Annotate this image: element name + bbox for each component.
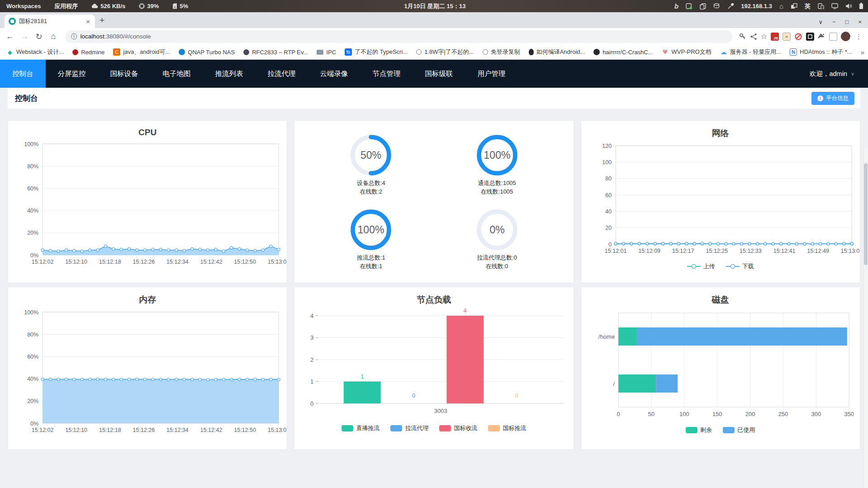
reload-icon[interactable]: ↻ — [33, 32, 44, 42]
input-language-indicator[interactable]: 英 — [805, 2, 811, 10]
network-speed-indicator[interactable]: 526 KB/s — [91, 3, 125, 9]
page-scrollbar[interactable] — [863, 147, 868, 488]
ext-frame-icon[interactable] — [829, 33, 837, 41]
bookmark-item[interactable]: IPC — [317, 49, 336, 56]
redmine-icon — [72, 49, 78, 55]
bookmark-item[interactable]: ΨWVP-PRO文档 — [662, 48, 711, 56]
bing-tray-icon[interactable]: b — [674, 2, 678, 10]
battery-tray-icon[interactable] — [859, 3, 863, 9]
volume-tray-icon[interactable] — [845, 3, 852, 9]
legend-item[interactable]: 拉流代理 — [390, 424, 428, 432]
window-menu-icon[interactable]: ∨ — [818, 19, 823, 25]
user-menu[interactable]: 欢迎，admin ∨ — [810, 60, 868, 88]
applications-menu[interactable]: 应用程序 — [54, 2, 78, 10]
nav-item-9[interactable]: 用户管理 — [465, 60, 518, 88]
legend-label: 国标推流 — [503, 424, 526, 432]
cpu-chart[interactable]: 0%20%40%60%80%100%15:12:0215:12:1015:12:… — [8, 139, 287, 272]
coffee-tray-icon[interactable] — [713, 3, 720, 9]
scrollbar-thumb[interactable] — [864, 163, 868, 265]
legend-item[interactable]: 直播推流 — [342, 424, 379, 432]
memory-chart[interactable]: 0%20%40%60%80%100%15:12:0215:12:1015:12:… — [8, 308, 287, 441]
bookmark-item[interactable]: hairrrrr/C-CrashC... — [593, 49, 653, 56]
svg-text:15:12:17: 15:12:17 — [672, 248, 694, 254]
bookmark-item[interactable]: QNAP Turbo NAS — [179, 49, 235, 56]
legend-item[interactable]: 下载 — [726, 262, 754, 270]
legend-item[interactable]: 国标收流 — [439, 424, 477, 432]
bookmark-item[interactable]: 免登录复制 — [483, 48, 520, 56]
nav-item-5[interactable]: 拉流代理 — [256, 60, 308, 88]
address-bar[interactable]: ⓘ localhost:38080/#/console — [65, 30, 732, 43]
platform-info-button[interactable]: i 平台信息 — [811, 92, 854, 105]
bookmark-item[interactable]: ☁服务器 - 轻量应用... — [720, 48, 781, 56]
nav-item-3[interactable]: 电子地图 — [151, 60, 203, 88]
nav-item-0[interactable]: 控制台 — [0, 60, 46, 88]
info-icon: i — [817, 95, 823, 101]
screenshot-tray-icon[interactable] — [686, 3, 693, 9]
password-key-icon[interactable] — [739, 33, 746, 40]
nav-item-1[interactable]: 分屏监控 — [46, 60, 98, 88]
back-icon[interactable]: ← — [5, 32, 15, 41]
bookmarks-overflow-chevron[interactable]: » — [861, 48, 867, 56]
browser-tab-active[interactable]: 国标28181 × — [5, 14, 95, 28]
bookmark-star-icon[interactable]: ☆ — [761, 32, 767, 41]
nav-item-7[interactable]: 节点管理 — [360, 60, 413, 88]
window-switcher-tray-icon[interactable] — [791, 3, 797, 9]
bookmark-item[interactable]: RFC2833 – RTP Ev... — [243, 49, 308, 56]
stat-donut-label: 推流总数:1在线数:1 — [357, 253, 385, 270]
ext-js-icon[interactable]: JS — [771, 33, 779, 41]
tab-close-icon[interactable]: × — [85, 18, 91, 25]
disk-chart[interactable]: 050100150200250300350/home/ — [581, 308, 860, 425]
legend-item[interactable]: 国标推流 — [488, 424, 526, 432]
clock[interactable]: 1月10日 星期二 15：13 — [404, 2, 466, 10]
memory-usage-indicator[interactable]: 5% — [172, 3, 188, 9]
workspaces-menu[interactable]: Workspaces — [6, 3, 41, 9]
nav-item-8[interactable]: 国标级联 — [413, 60, 465, 88]
legend-swatch — [439, 425, 451, 431]
ext-cup-icon[interactable]: ☕ — [783, 33, 791, 41]
bookmark-item[interactable]: Redmine — [72, 49, 104, 56]
nav-item-2[interactable]: 国标设备 — [98, 60, 151, 88]
share-icon[interactable] — [750, 33, 757, 40]
ext-blocker-icon[interactable] — [794, 33, 802, 41]
window-close-icon[interactable]: × — [858, 19, 862, 25]
color-picker-tray-icon[interactable] — [727, 3, 734, 9]
clipboard-tray-icon[interactable] — [700, 3, 706, 9]
home-tray-icon[interactable]: ⌂ — [779, 2, 783, 10]
cpu-chart-panel: CPU 0%20%40%60%80%100%15:12:0215:12:1015… — [8, 120, 287, 283]
legend-item[interactable]: 上传 — [687, 262, 715, 270]
svg-text:15:12:33: 15:12:33 — [740, 248, 762, 254]
bookmark-item[interactable]: ◆Webstack - 设计... — [6, 48, 64, 56]
bookmark-item[interactable]: Cjava、android可... — [113, 48, 170, 56]
display-tray-icon[interactable] — [831, 3, 838, 9]
network-chart-title: 网络 — [581, 121, 860, 141]
forward-icon[interactable]: → — [19, 32, 30, 41]
bookmark-item[interactable]: 如何编译Android... — [529, 48, 585, 56]
legend-label: 国标收流 — [454, 424, 477, 432]
nodeload-chart[interactable]: 0123410403003 — [294, 308, 573, 423]
profile-avatar[interactable] — [841, 32, 850, 41]
bookmark-item[interactable]: 1.8W字|了不起的... — [416, 48, 474, 56]
window-minimize-icon[interactable]: − — [832, 19, 836, 25]
new-tab-button[interactable]: + — [100, 14, 104, 26]
legend-item[interactable]: 已使用 — [723, 426, 755, 434]
bookmark-item[interactable]: NHDAtmos :: 种子 *... — [790, 48, 852, 56]
cpu-usage-indicator[interactable]: 39% — [139, 3, 159, 9]
browser-menu-icon[interactable]: ⋮ — [854, 33, 863, 41]
svg-text:50%: 50% — [360, 149, 381, 161]
legend-item[interactable]: 剩余 — [686, 426, 712, 434]
phone-link-tray-icon[interactable] — [818, 3, 824, 9]
nav-item-6[interactable]: 云端录像 — [308, 60, 360, 88]
svg-text:15:12:10: 15:12:10 — [65, 427, 87, 433]
extensions-puzzle-icon[interactable] — [818, 33, 825, 40]
nav-item-4[interactable]: 推流列表 — [203, 60, 256, 88]
ext-darkreader-icon[interactable] — [806, 33, 814, 41]
svg-text:15:12:26: 15:12:26 — [133, 259, 155, 265]
site-info-icon[interactable]: ⓘ — [71, 33, 77, 41]
bookmark-item[interactable]: 知了不起的 TypeScri... — [345, 48, 408, 56]
window-maximize-icon[interactable]: □ — [845, 19, 849, 25]
browser-home-icon[interactable]: ⌂ — [48, 32, 59, 41]
zhihu-icon: 知 — [345, 48, 352, 56]
ip-address-indicator[interactable]: 192.168.1.3 — [741, 3, 772, 9]
network-chart[interactable]: 02040608010012015:12:0115:12:0915:12:171… — [581, 141, 860, 261]
svg-text:60: 60 — [605, 192, 612, 199]
